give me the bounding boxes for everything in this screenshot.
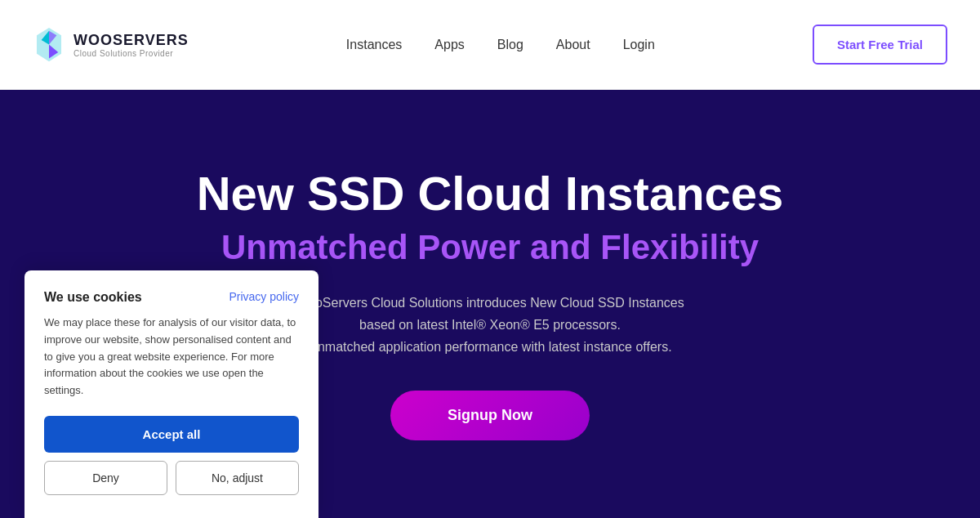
logo-text: WOOSERVERS Cloud Solutions Provider: [74, 32, 189, 58]
start-trial-button[interactable]: Start Free Trial: [813, 25, 947, 65]
cookie-actions: Deny No, adjust: [44, 461, 299, 495]
hero-subtitle: Unmatched Power and Flexibility: [197, 228, 784, 267]
nav-login[interactable]: Login: [623, 38, 655, 52]
cookie-header: We use cookies Privacy policy: [44, 290, 299, 305]
main-nav: Instances Apps Blog About Login: [346, 38, 655, 52]
privacy-policy-link[interactable]: Privacy policy: [229, 290, 299, 303]
accept-all-button[interactable]: Accept all: [44, 416, 299, 453]
cookie-title: We use cookies: [44, 290, 142, 305]
hero-section: New SSD Cloud Instances Unmatched Power …: [0, 90, 980, 518]
adjust-button[interactable]: No, adjust: [176, 461, 299, 495]
cookie-body-text: We may place these for analysis of our v…: [44, 315, 299, 400]
logo: WOOSERVERS Cloud Solutions Provider: [33, 26, 189, 63]
deny-button[interactable]: Deny: [44, 461, 167, 495]
logo-name: WOOSERVERS: [74, 32, 189, 49]
cookie-banner: We use cookies Privacy policy We may pla…: [24, 270, 318, 518]
nav-apps[interactable]: Apps: [434, 38, 464, 52]
nav-blog[interactable]: Blog: [497, 38, 523, 52]
nav-instances[interactable]: Instances: [346, 38, 402, 52]
nav-about[interactable]: About: [556, 38, 590, 52]
hero-title: New SSD Cloud Instances: [197, 167, 784, 220]
header: WOOSERVERS Cloud Solutions Provider Inst…: [0, 0, 980, 90]
signup-button[interactable]: Signup Now: [390, 391, 590, 440]
logo-tagline: Cloud Solutions Provider: [74, 49, 189, 58]
logo-icon: [33, 26, 65, 63]
